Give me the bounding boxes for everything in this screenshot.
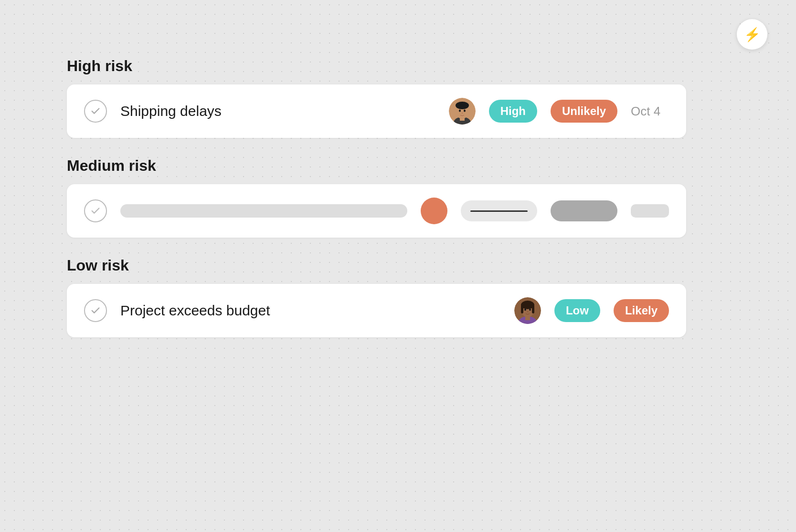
priority-badge-high[interactable]: High [489,100,537,123]
date-shipping: Oct 4 [631,104,669,119]
svg-point-17 [527,311,528,312]
blurred-task-bar [120,204,407,218]
low-risk-card: Project exceeds budget [67,284,686,337]
check-icon-budget[interactable] [84,299,107,322]
lightning-button[interactable]: ⚡ [737,19,767,50]
svg-point-7 [461,113,463,114]
blurred-line [470,210,528,212]
priority-badge-low[interactable]: Low [554,299,600,322]
svg-point-16 [529,309,531,311]
likelihood-badge-unlikely[interactable]: Unlikely [551,100,617,123]
lightning-icon: ⚡ [744,27,761,42]
blurred-date [631,204,669,218]
low-risk-section: Low risk Project exceeds budget [67,257,686,337]
avatar-woman [514,297,541,324]
svg-rect-13 [521,305,523,313]
task-name-budget: Project exceeds budget [120,303,501,319]
high-risk-card: Shipping delays [67,84,686,138]
svg-point-4 [456,102,469,109]
svg-point-15 [524,309,526,311]
blurred-likelihood-badge [551,200,617,221]
avatar-man [449,98,476,125]
likelihood-badge-likely[interactable]: Likely [614,299,669,322]
avatar-orange-circle [421,198,447,224]
svg-point-5 [459,110,461,112]
svg-point-6 [464,110,466,112]
task-name-shipping: Shipping delays [120,103,435,119]
check-icon-shipping[interactable] [84,100,107,123]
blurred-priority-badge [461,200,537,221]
medium-risk-section: Medium risk [67,157,686,238]
high-risk-title: High risk [67,57,686,75]
high-risk-section: High risk Shipping delays [67,57,686,138]
svg-rect-14 [532,305,534,313]
medium-risk-card [67,184,686,238]
check-icon-medium[interactable] [84,199,107,222]
low-risk-title: Low risk [67,257,686,274]
main-container: High risk Shipping delays [0,0,796,414]
medium-risk-title: Medium risk [67,157,686,175]
